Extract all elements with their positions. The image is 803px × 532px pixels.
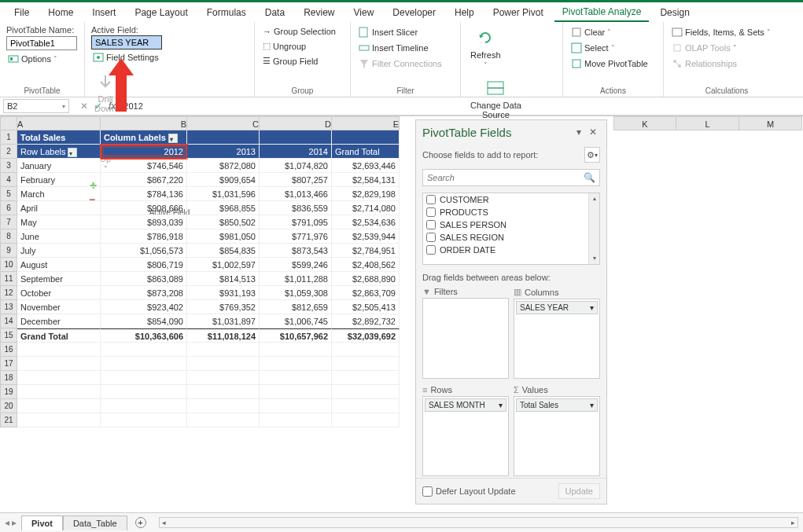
menu-developer[interactable]: Developer — [385, 4, 444, 21]
cell[interactable]: $2,693,446 — [332, 159, 400, 173]
pill-total-sales[interactable]: Total Sales▾ — [516, 398, 598, 412]
field-checkbox[interactable] — [426, 195, 436, 204]
col-header-l[interactable]: L — [676, 116, 739, 130]
cell[interactable] — [332, 343, 400, 357]
cell[interactable] — [17, 385, 101, 399]
cell[interactable]: $908,666 — [101, 201, 187, 215]
cancel-icon[interactable]: ✕ — [80, 101, 88, 112]
cell[interactable] — [101, 385, 187, 399]
clear-button[interactable]: Clear — [569, 25, 657, 39]
cell[interactable]: 2013 — [187, 145, 260, 159]
column-labels-dropdown[interactable] — [168, 134, 178, 143]
cell[interactable]: $1,006,745 — [260, 314, 332, 328]
cell[interactable] — [17, 371, 101, 385]
cell[interactable]: $863,089 — [101, 272, 187, 286]
cell[interactable]: September — [17, 272, 101, 286]
chevron-down-icon[interactable]: ▾ — [576, 127, 581, 138]
columns-dropzone[interactable]: SALES YEAR▾ — [514, 299, 600, 379]
row-header[interactable]: 13 — [0, 300, 17, 314]
cell[interactable] — [101, 371, 187, 385]
cell[interactable] — [101, 343, 187, 357]
options-button[interactable]: Options — [6, 52, 78, 66]
field-item[interactable]: ORDER DATE — [423, 244, 599, 256]
field-checkbox[interactable] — [426, 220, 436, 229]
horizontal-scrollbar[interactable]: ◂▸ — [159, 517, 798, 528]
cell[interactable]: June — [17, 229, 101, 244]
field-checkbox[interactable] — [426, 233, 436, 242]
menu-design[interactable]: Design — [652, 4, 697, 21]
cell[interactable] — [260, 399, 332, 413]
field-search-input[interactable] — [427, 173, 584, 182]
cell[interactable]: $909,654 — [187, 173, 260, 187]
cell[interactable]: $854,835 — [187, 244, 260, 258]
cell[interactable]: $10,363,606 — [101, 328, 187, 343]
cell[interactable]: $11,018,124 — [187, 328, 260, 343]
menu-home[interactable]: Home — [40, 4, 81, 21]
cell[interactable] — [260, 413, 332, 427]
cell[interactable] — [101, 413, 187, 427]
select-all-corner[interactable] — [0, 116, 17, 130]
cell[interactable] — [187, 130, 260, 145]
menu-view[interactable]: View — [346, 4, 382, 21]
cell[interactable]: $873,208 — [101, 286, 187, 300]
row-header[interactable]: 6 — [0, 201, 17, 215]
row-header[interactable]: 3 — [0, 159, 17, 173]
cell[interactable]: $2,784,951 — [332, 244, 400, 258]
cell[interactable]: $32,039,692 — [332, 328, 400, 343]
cell[interactable] — [17, 343, 101, 357]
cell[interactable] — [187, 399, 260, 413]
cell[interactable] — [332, 357, 400, 371]
move-pivottable-button[interactable]: Move PivotTable — [569, 57, 657, 71]
active-field-input[interactable] — [91, 35, 162, 50]
cell[interactable]: January — [17, 159, 101, 173]
col-header-a[interactable]: A — [17, 116, 101, 130]
rows-dropzone[interactable]: SALES MONTH▾ — [422, 396, 509, 476]
cell[interactable]: $2,829,198 — [332, 187, 400, 201]
menu-insert[interactable]: Insert — [84, 4, 123, 21]
field-checkbox[interactable] — [426, 245, 436, 255]
refresh-button[interactable]: Refresh — [467, 25, 504, 71]
cell-row-labels[interactable]: Row Labels — [17, 145, 101, 159]
cell[interactable]: $2,534,636 — [332, 215, 400, 229]
cell[interactable]: $1,013,466 — [260, 187, 332, 201]
cell[interactable]: $814,513 — [187, 272, 260, 286]
pill-sales-year[interactable]: SALES YEAR▾ — [516, 301, 598, 314]
col-header-m[interactable]: M — [739, 116, 802, 130]
cell[interactable]: April — [17, 201, 101, 215]
cell[interactable]: $1,059,308 — [260, 286, 332, 300]
cell[interactable] — [187, 413, 260, 427]
group-field-button[interactable]: ☰Group Field — [261, 54, 344, 68]
cell[interactable] — [332, 371, 400, 385]
row-header[interactable]: 18 — [0, 371, 17, 385]
row-labels-dropdown[interactable] — [68, 148, 77, 157]
cell-total-sales[interactable]: Total Sales — [17, 130, 101, 145]
close-pane-button[interactable]: ✕ — [586, 125, 600, 139]
cell[interactable]: $2,539,944 — [332, 229, 400, 244]
cell[interactable]: $2,505,413 — [332, 300, 400, 314]
cell[interactable]: $2,892,732 — [332, 314, 400, 328]
field-item[interactable]: PRODUCTS — [423, 206, 599, 218]
row-header[interactable]: 7 — [0, 215, 17, 229]
cell[interactable]: $807,257 — [260, 173, 332, 187]
field-checkbox[interactable] — [426, 207, 436, 217]
menu-data[interactable]: Data — [257, 4, 293, 21]
row-header[interactable]: 2 — [0, 145, 17, 159]
cell[interactable]: $784,136 — [101, 187, 187, 201]
cell-column-labels[interactable]: Column Labels — [101, 130, 187, 145]
cell[interactable]: $10,657,962 — [260, 328, 332, 343]
cell[interactable]: May — [17, 215, 101, 229]
cell[interactable]: $812,659 — [260, 300, 332, 314]
cell[interactable] — [332, 385, 400, 399]
cell[interactable] — [187, 343, 260, 357]
menu-formulas[interactable]: Formulas — [199, 4, 254, 21]
scroll-up-icon[interactable]: ▴ — [589, 193, 599, 204]
row-header[interactable]: 12 — [0, 286, 17, 300]
select-button[interactable]: Select — [569, 41, 657, 55]
row-header[interactable]: 14 — [0, 314, 17, 328]
menu-file[interactable]: File — [6, 4, 37, 21]
cell[interactable] — [101, 357, 187, 371]
cell[interactable]: $771,976 — [260, 229, 332, 244]
row-header[interactable]: 16 — [0, 343, 17, 357]
cell[interactable]: November — [17, 300, 101, 314]
new-sheet-button[interactable]: + — [127, 517, 154, 528]
